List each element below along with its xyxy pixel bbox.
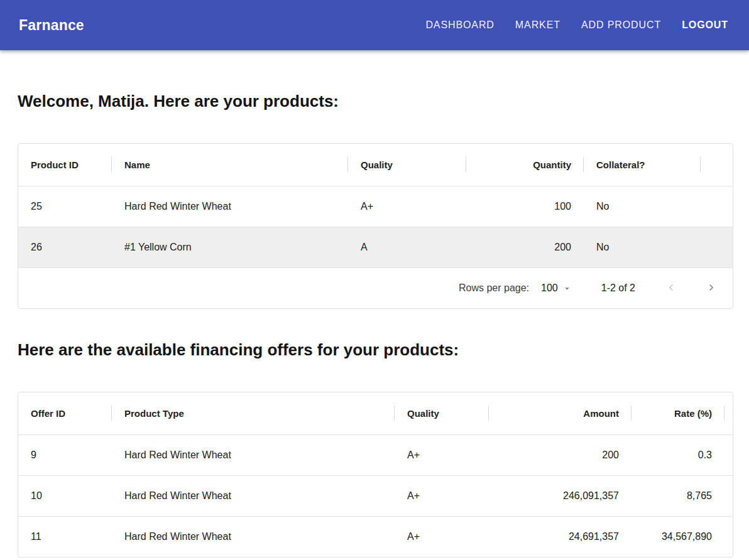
column-header-amount: Amount [489, 392, 631, 434]
next-page-button[interactable] [705, 281, 718, 296]
table-row-offer-9[interactable]: 9 Hard Red Winter Wheat A+ 200 0.3 [18, 434, 733, 475]
column-header-spacer [701, 144, 733, 186]
column-header-rate: Rate (%) [631, 392, 724, 434]
cell-rate: 0.3 [631, 434, 724, 475]
cell-quality: A [348, 227, 466, 267]
cell-collateral: No [584, 186, 701, 227]
products-table-pagination: Rows per page: 100 1-2 of 2 [18, 267, 733, 308]
cell-rate: 34,567,890 [631, 516, 724, 557]
cell-collateral: No [584, 227, 701, 267]
cell-offer-id: 11 [18, 516, 112, 557]
cell-amount: 246,091,357 [489, 475, 631, 516]
chevron-left-icon [665, 281, 677, 296]
caret-down-icon [562, 284, 572, 293]
cell-quality: A+ [395, 434, 489, 475]
cell-offer-id: 9 [18, 434, 112, 475]
navbar-links: DASHBOARD MARKET ADD PRODUCT LOGOUT [425, 19, 728, 31]
column-header-quantity: Quantity [466, 144, 584, 186]
offers-heading: Here are the available financing offers … [18, 340, 733, 359]
welcome-heading: Welcome, Matija. Here are your products: [18, 92, 733, 110]
table-row-product-25[interactable]: 25 Hard Red Winter Wheat A+ 100 No [18, 186, 733, 227]
table-row-product-26[interactable]: 26 #1 Yellow Corn A 200 No [18, 227, 733, 267]
column-header-spacer [724, 392, 733, 434]
nav-link-add-product[interactable]: ADD PRODUCT [581, 19, 661, 31]
cell-product-type: Hard Red Winter Wheat [112, 516, 395, 557]
cell-product-id: 26 [18, 227, 112, 267]
column-header-name: Name [112, 144, 348, 186]
column-header-quality: Quality [348, 144, 466, 186]
cell-amount: 200 [489, 434, 631, 475]
nav-link-market[interactable]: MARKET [515, 19, 560, 31]
cell-product-type: Hard Red Winter Wheat [112, 434, 395, 475]
cell-rate: 8,765 [631, 475, 724, 516]
table-row-offer-10[interactable]: 10 Hard Red Winter Wheat A+ 246,091,357 … [18, 475, 733, 516]
column-header-product-id: Product ID [18, 144, 112, 186]
nav-link-dashboard[interactable]: DASHBOARD [425, 19, 494, 31]
previous-page-button[interactable] [665, 281, 677, 296]
main-content: Welcome, Matija. Here are your products:… [0, 92, 749, 557]
chevron-right-icon [705, 281, 718, 296]
cell-quality: A+ [348, 186, 466, 227]
column-header-offer-id: Offer ID [18, 392, 112, 434]
products-table: Product ID Name Quality Quantity Collate… [18, 144, 733, 267]
cell-quality: A+ [395, 475, 489, 516]
offers-header-row: Offer ID Product Type Quality Amount Rat… [18, 392, 733, 434]
cell-quantity: 100 [466, 186, 584, 227]
products-header-row: Product ID Name Quality Quantity Collate… [18, 144, 733, 186]
column-header-collateral: Collateral? [584, 144, 701, 186]
cell-product-type: Hard Red Winter Wheat [112, 475, 395, 516]
column-header-product-type: Product Type [112, 392, 395, 434]
cell-product-id: 25 [18, 186, 112, 227]
top-navbar: Farnance DASHBOARD MARKET ADD PRODUCT LO… [0, 0, 749, 50]
rows-per-page-select[interactable]: 100 [541, 283, 572, 294]
column-header-quality: Quality [395, 392, 489, 434]
nav-link-logout[interactable]: LOGOUT [682, 19, 728, 31]
brand-logo[interactable]: Farnance [19, 17, 84, 34]
cell-name: #1 Yellow Corn [112, 227, 348, 267]
cell-name: Hard Red Winter Wheat [112, 186, 348, 227]
offers-table: Offer ID Product Type Quality Amount Rat… [18, 392, 733, 557]
cell-offer-id: 10 [18, 475, 112, 516]
cell-amount: 24,691,357 [489, 516, 631, 557]
offers-table-card: Offer ID Product Type Quality Amount Rat… [18, 392, 733, 557]
rows-per-page-value: 100 [541, 283, 558, 294]
products-table-card: Product ID Name Quality Quantity Collate… [18, 143, 733, 309]
cell-quantity: 200 [466, 227, 584, 267]
rows-per-page-label: Rows per page: [459, 283, 529, 294]
cell-quality: A+ [395, 516, 489, 557]
table-row-offer-11[interactable]: 11 Hard Red Winter Wheat A+ 24,691,357 3… [18, 516, 733, 557]
pagination-range-label: 1-2 of 2 [601, 283, 635, 294]
